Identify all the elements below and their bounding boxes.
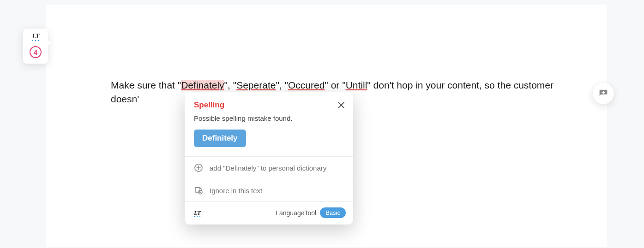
add-to-dictionary-button[interactable]: add "Definately" to personal dictionary [185, 156, 353, 179]
spelling-error-highlighted[interactable]: Definately [181, 80, 224, 90]
spelling-error[interactable]: Seperate [236, 80, 276, 90]
popup-suggestions: Definitely [185, 122, 353, 156]
plus-circle-icon [194, 163, 203, 172]
spelling-popup: Spelling Possible spelling mistake found… [185, 92, 353, 224]
plan-badge[interactable]: Basic [320, 207, 346, 218]
text-segment: ", " [224, 80, 237, 90]
popup-title: Spelling [194, 100, 344, 110]
ignore-icon [194, 186, 203, 195]
popup-message: Possible spelling mistake found. [185, 110, 353, 122]
spelling-error[interactable]: Occured [288, 80, 325, 90]
text-segment: ", " [276, 80, 288, 90]
ignore-label: Ignore in this text [210, 187, 262, 195]
languagetool-logo-icon: LT [194, 210, 200, 216]
close-icon [337, 101, 345, 109]
app-frame: Make sure that "Definately", "Seperate",… [5, 0, 639, 247]
text-segment: Make sure that " [111, 80, 181, 90]
add-comment-button[interactable] [593, 83, 614, 104]
languagetool-sidebar-widget[interactable]: LT 4 [23, 29, 48, 64]
ignore-button[interactable]: Ignore in this text [185, 179, 353, 201]
popup-header: Spelling [185, 92, 353, 110]
languagetool-logo-icon: LT [32, 33, 39, 40]
spelling-error[interactable]: Untill [346, 80, 367, 90]
add-to-dictionary-label: add "Definately" to personal dictionary [210, 164, 326, 172]
error-count-badge[interactable]: 4 [30, 46, 42, 58]
popup-footer: LT LanguageTool Basic [185, 201, 353, 224]
brand-label: LanguageTool [276, 209, 316, 217]
add-comment-icon [599, 89, 608, 98]
close-button[interactable] [335, 99, 348, 112]
suggestion-button[interactable]: Definitely [194, 130, 246, 147]
text-segment: " or " [325, 80, 345, 90]
